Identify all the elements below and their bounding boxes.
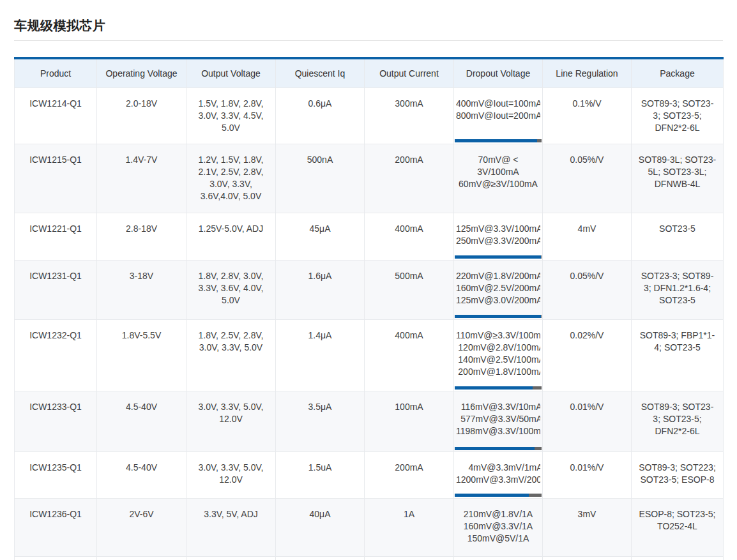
horizontal-scrollbar-thumb[interactable]	[455, 386, 533, 390]
horizontal-scrollbar[interactable]	[455, 494, 542, 497]
dropout-voltage-text: 110mV@≥3.3V/100mA120mV@2.8V/100mA140mV@2…	[456, 329, 540, 378]
cell-quiescent-iq: 500nA	[276, 144, 365, 213]
cell-operating-voltage: 4.5-40V	[97, 452, 186, 499]
table-row	[15, 557, 724, 560]
cell-line-regulation: 4mV	[543, 213, 632, 261]
cell-package: SOT89-3; SOT223; SOT23-5; ESOP-8	[632, 452, 724, 499]
cell-dropout-voltage[interactable]: 125mV@3.3V/100mA250mV@3.3V/200mA	[454, 213, 543, 261]
dropout-line: 125mV@3.3V/100mA	[456, 223, 540, 235]
horizontal-scrollbar-thumb[interactable]	[455, 139, 537, 142]
dropout-line: 110mV@≥3.3V/100mA	[456, 329, 540, 342]
dropout-scroll-region[interactable]: 125mV@3.3V/100mA250mV@3.3V/200mA	[456, 223, 540, 255]
cell-dropout-voltage[interactable]: 110mV@≥3.3V/100mA120mV@2.8V/100mA140mV@2…	[454, 320, 543, 391]
cell-output-voltage: 1.25V-5.0V, ADJ	[186, 213, 276, 261]
cell-quiescent-iq	[276, 557, 365, 560]
table-body: ICW1214-Q12.0-18V1.5V, 1.8V, 2.8V, 3.0V,…	[15, 88, 724, 560]
table-row: ICW1231-Q13-18V1.8V, 2.8V, 3.0V, 3.3V, 3…	[15, 261, 724, 320]
horizontal-scrollbar-end[interactable]	[535, 447, 542, 450]
dropout-line: 150mV@5V/1A	[464, 533, 533, 545]
dropout-scroll-region[interactable]: 116mV@3.3V/10mA577mV@3.3V/50mA1198mV@3.3…	[456, 401, 540, 446]
horizontal-scrollbar-end[interactable]	[529, 494, 542, 497]
horizontal-scrollbar[interactable]	[455, 386, 542, 390]
cell-operating-voltage: 1.8V-5.5V	[97, 320, 186, 391]
table-row: ICW1236-Q12V-6V3.3V, 5V, ADJ40μA1A210mV@…	[15, 499, 724, 557]
dropout-line: 125mV@3.0V/200mA	[456, 294, 540, 306]
cell-quiescent-iq: 3.5μA	[276, 391, 365, 452]
column-header-package: Package	[632, 59, 724, 88]
horizontal-scrollbar-thumb[interactable]	[455, 494, 529, 497]
cell-package: SOT89-3; SOT23-3; SOT23-5; DFN2*2-6L	[632, 391, 724, 452]
dropout-scroll-region[interactable]: 400mV@Iout=100mA800mV@Iout=200mA	[456, 98, 540, 139]
cell-quiescent-iq: 1.5uA	[276, 452, 365, 499]
column-header-quiescent-iq: Quiescent Iq	[276, 59, 365, 88]
cell-line-regulation: 3mV	[543, 499, 632, 557]
cell-line-regulation: 0.01%/V	[543, 452, 632, 499]
dropout-line: 70mV@ <	[459, 154, 538, 166]
cell-output-current: 400mA	[365, 213, 454, 261]
cell-output-current: 400mA	[365, 320, 454, 391]
cell-dropout-voltage	[454, 557, 543, 560]
dropout-line: 200mV@1.8V/100mA	[456, 366, 540, 378]
cell-line-regulation: 0.05%/V	[543, 261, 632, 320]
horizontal-scrollbar-thumb[interactable]	[455, 315, 541, 318]
cell-operating-voltage	[97, 557, 186, 560]
cell-dropout-voltage: 70mV@ <3V/100mA60mV@≥3V/100mA	[454, 144, 543, 213]
cell-output-voltage: 3.0V, 3.3V, 5.0V, 12.0V	[186, 452, 276, 499]
dropout-line: 116mV@3.3V/10mA	[456, 401, 540, 413]
horizontal-scrollbar-thumb[interactable]	[455, 255, 541, 259]
table-row: ICW1214-Q12.0-18V1.5V, 1.8V, 2.8V, 3.0V,…	[15, 88, 724, 144]
horizontal-scrollbar-end[interactable]	[541, 255, 542, 259]
cell-output-current: 500mA	[365, 261, 454, 320]
cell-operating-voltage: 2V-6V	[97, 499, 186, 557]
cell-output-current: 1A	[365, 499, 454, 557]
horizontal-scrollbar-end[interactable]	[533, 386, 542, 390]
cell-product: ICW1214-Q1	[15, 88, 97, 144]
horizontal-scrollbar-end[interactable]	[541, 315, 542, 318]
column-header-operating-voltage: Operating Voltage	[97, 59, 186, 88]
dropout-line: 1200mV@3.3mV/200mA	[456, 474, 540, 486]
horizontal-scrollbar[interactable]	[455, 255, 542, 259]
dropout-line: 250mV@3.3V/200mA	[456, 235, 540, 247]
dropout-line: 220mV@1.8V/200mA	[456, 270, 540, 282]
column-header-product: Product	[15, 59, 97, 88]
cell-output-current: 200mA	[365, 452, 454, 499]
cell-dropout-voltage[interactable]: 4mV@3.3mV/1mA1200mV@3.3mV/200mA	[454, 452, 543, 499]
horizontal-scrollbar[interactable]	[455, 315, 542, 318]
dropout-line: 120mV@2.8V/100mA	[456, 342, 540, 354]
column-header-dropout-voltage: Dropout Voltage	[454, 59, 543, 88]
dropout-line: 60mV@≥3V/100mA	[459, 178, 538, 190]
dropout-line: 210mV@1.8V/1A	[464, 508, 533, 520]
cell-product: ICW1235-Q1	[15, 452, 97, 499]
cell-product: ICW1231-Q1	[15, 261, 97, 320]
dropout-voltage-text: 70mV@ <3V/100mA60mV@≥3V/100mA	[459, 154, 538, 190]
horizontal-scrollbar[interactable]	[455, 447, 542, 450]
dropout-line: 577mV@3.3V/50mA	[456, 413, 540, 425]
table-header-row: ProductOperating VoltageOutput VoltageQu…	[15, 59, 724, 88]
horizontal-scrollbar-thumb[interactable]	[455, 447, 535, 450]
cell-quiescent-iq: 0.6μA	[276, 88, 365, 144]
cell-dropout-voltage[interactable]: 220mV@1.8V/200mA160mV@2.5V/200mA125mV@3.…	[454, 261, 543, 320]
chip-spec-table: ProductOperating VoltageOutput VoltageQu…	[14, 57, 724, 560]
cell-dropout-voltage: 210mV@1.8V/1A160mV@3.3V/1A150mV@5V/1A	[454, 499, 543, 557]
cell-package: SOT89-3; SOT23-3; SOT23-5; DFN2*2-6L	[632, 88, 724, 144]
dropout-voltage-text: 220mV@1.8V/200mA160mV@2.5V/200mA125mV@3.…	[456, 270, 540, 306]
cell-line-regulation: 0.05%/V	[543, 144, 632, 213]
cell-dropout-voltage[interactable]: 116mV@3.3V/10mA577mV@3.3V/50mA1198mV@3.3…	[454, 391, 543, 452]
cell-package: SOT89-3; FBP1*1-4; SOT23-5	[632, 320, 724, 391]
table-row: ICW1221-Q12.8-18V1.25V-5.0V, ADJ45μA400m…	[15, 213, 724, 261]
dropout-scroll-region[interactable]: 220mV@1.8V/200mA160mV@2.5V/200mA125mV@3.…	[456, 270, 540, 314]
horizontal-scrollbar-end[interactable]	[537, 139, 542, 142]
horizontal-scrollbar[interactable]	[455, 139, 542, 142]
dropout-voltage-text: 4mV@3.3mV/1mA1200mV@3.3mV/200mA	[456, 462, 540, 486]
dropout-line: 160mV@3.3V/1A	[464, 520, 533, 533]
cell-product	[15, 557, 97, 560]
cell-operating-voltage: 2.8-18V	[97, 213, 186, 261]
dropout-scroll-region[interactable]: 110mV@≥3.3V/100mA120mV@2.8V/100mA140mV@2…	[456, 329, 540, 386]
dropout-scroll-region: 70mV@ <3V/100mA60mV@≥3V/100mA	[456, 154, 540, 208]
column-header-output-current: Output Current	[365, 59, 454, 88]
dropout-scroll-region[interactable]: 4mV@3.3mV/1mA1200mV@3.3mV/200mA	[456, 462, 540, 493]
cell-dropout-voltage[interactable]: 400mV@Iout=100mA800mV@Iout=200mA	[454, 88, 543, 144]
cell-output-current: 100mA	[365, 391, 454, 452]
cell-operating-voltage: 4.5-40V	[97, 391, 186, 452]
dropout-line: 800mV@Iout=200mA	[456, 110, 540, 122]
